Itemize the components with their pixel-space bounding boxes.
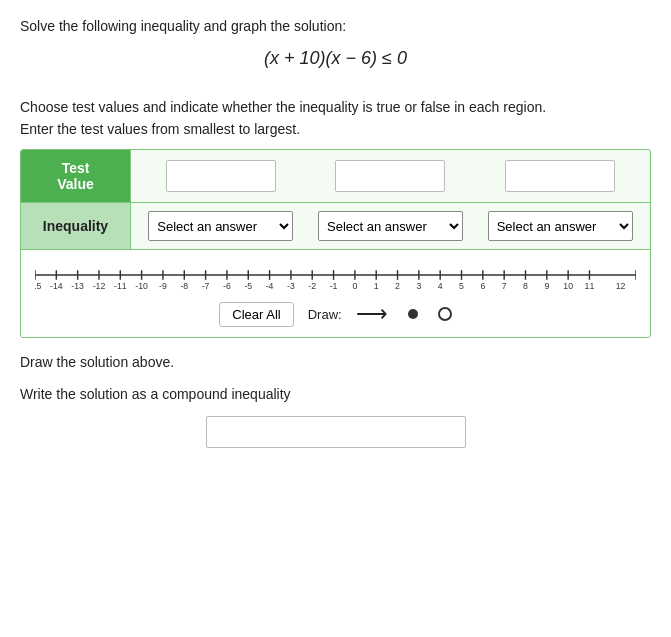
- svg-text:-3: -3: [287, 281, 295, 290]
- svg-text:5: 5: [459, 281, 464, 290]
- svg-text:-1: -1: [330, 281, 338, 290]
- svg-text:-9: -9: [159, 281, 167, 290]
- draw-open-circle-icon[interactable]: [438, 307, 452, 321]
- draw-filled-dot-icon[interactable]: [408, 309, 418, 319]
- number-line-svg[interactable]: -15 -14 -13 -12 -11 -10 -9 -8 -7 -6 -5 -…: [35, 260, 636, 290]
- svg-text:2: 2: [395, 281, 400, 290]
- enter-text: Enter the test values from smallest to l…: [20, 121, 651, 137]
- svg-text:10: 10: [563, 281, 573, 290]
- answer-select-3[interactable]: Select an answer True False: [488, 211, 633, 241]
- svg-text:-2: -2: [308, 281, 316, 290]
- answer-selects-row: Select an answer True False Select an an…: [131, 203, 650, 249]
- svg-text:-15: -15: [35, 281, 41, 290]
- svg-text:-7: -7: [202, 281, 210, 290]
- header-row: TestValue: [21, 150, 650, 202]
- svg-text:9: 9: [544, 281, 549, 290]
- equation-display: (x + 10)(x − 6) ≤ 0: [20, 48, 651, 69]
- test-input-1[interactable]: [166, 160, 276, 192]
- svg-text:8: 8: [523, 281, 528, 290]
- draw-label: Draw:: [308, 307, 342, 322]
- answer-select-1[interactable]: Select an answer True False: [148, 211, 293, 241]
- svg-text:1: 1: [374, 281, 379, 290]
- svg-text:6: 6: [480, 281, 485, 290]
- instruction-text: Solve the following inequality and graph…: [20, 18, 651, 34]
- compound-inequality-input[interactable]: [206, 416, 466, 448]
- choose-text: Choose test values and indicate whether …: [20, 99, 651, 115]
- svg-text:-14: -14: [50, 281, 63, 290]
- svg-text:-11: -11: [114, 281, 127, 290]
- write-section-label: Write the solution as a compound inequal…: [20, 386, 651, 402]
- draw-arrow-icon[interactable]: ⟶: [356, 301, 388, 327]
- problem-table: TestValue Inequality Select an answer Tr…: [20, 149, 651, 338]
- svg-text:3: 3: [416, 281, 421, 290]
- inequality-row: Inequality Select an answer True False S…: [21, 202, 650, 249]
- svg-text:-8: -8: [180, 281, 188, 290]
- svg-text:-5: -5: [244, 281, 252, 290]
- svg-text:-6: -6: [223, 281, 231, 290]
- answer-select-2[interactable]: Select an answer True False: [318, 211, 463, 241]
- svg-text:11: 11: [585, 281, 595, 290]
- clear-all-button[interactable]: Clear All: [219, 302, 293, 327]
- svg-text:-10: -10: [135, 281, 148, 290]
- svg-text:12: 12: [616, 281, 626, 290]
- svg-text:4: 4: [438, 281, 443, 290]
- test-input-2[interactable]: [335, 160, 445, 192]
- svg-text:-12: -12: [93, 281, 106, 290]
- test-input-3[interactable]: [505, 160, 615, 192]
- test-value-header: TestValue: [21, 150, 131, 202]
- svg-text:-4: -4: [266, 281, 274, 290]
- svg-text:0: 0: [352, 281, 357, 290]
- svg-text:-13: -13: [71, 281, 84, 290]
- graph-area: -15 -14 -13 -12 -11 -10 -9 -8 -7 -6 -5 -…: [21, 249, 650, 337]
- svg-text:7: 7: [502, 281, 507, 290]
- inequality-label: Inequality: [21, 203, 131, 249]
- controls-row: Clear All Draw: ⟶: [35, 301, 636, 327]
- test-inputs-row: [131, 150, 650, 202]
- draw-section-label: Draw the solution above.: [20, 354, 651, 370]
